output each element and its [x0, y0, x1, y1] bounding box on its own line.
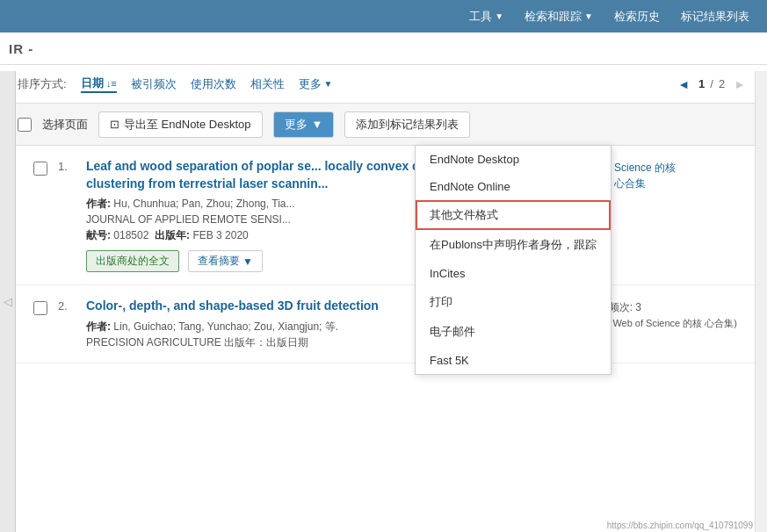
current-page: 1 [698, 77, 705, 90]
prev-page-button[interactable]: ◄ [674, 75, 693, 93]
table-row: 1. Leaf and wood separation of poplar se… [16, 146, 755, 285]
export-endnote-button[interactable]: ⊡ 导出至 EndNote Desktop [98, 111, 263, 138]
dropdown-print[interactable]: 打印 [416, 287, 611, 317]
result-2-number: 2. [58, 298, 76, 350]
sort-date-icon: ↓≡ [106, 78, 117, 89]
left-edge-panel: ◁ [0, 71, 16, 532]
result-2-checkbox[interactable] [33, 301, 47, 315]
scrollbar[interactable] [755, 71, 767, 532]
results-list: 1. Leaf and wood separation of poplar se… [16, 146, 755, 363]
select-page-label: 选择页面 [42, 117, 88, 133]
sort-bar: 排序方式: 日期 ↓≡ 被引频次 使用次数 相关性 更多 ▼ ◄ 1 / 2 ► [0, 65, 767, 104]
more-dropdown-menu: EndNote Desktop EndNote Online 其他文件格式 在P… [415, 145, 611, 375]
sort-date[interactable]: 日期 ↓≡ [81, 75, 117, 93]
select-page-checkbox[interactable] [18, 118, 32, 132]
sort-relevance[interactable]: 相关性 [250, 76, 285, 92]
left-edge-icon: ◁ [4, 295, 12, 308]
result-1-number: 1. [58, 158, 76, 272]
dropdown-fast5k[interactable]: Fast 5K [416, 347, 611, 374]
table-row: 2. Color-, depth-, and shape-based 3D fr… [16, 285, 755, 363]
page-separator: / [710, 77, 713, 90]
sort-label: 排序方式: [18, 76, 67, 92]
more-options-button[interactable]: 更多 ▼ [273, 111, 335, 138]
nav-mark-list[interactable]: 标记结果列表 [672, 5, 758, 28]
sort-cite[interactable]: 被引频次 [131, 76, 177, 92]
result-1-right: Science 的核心合集 [614, 158, 737, 272]
watermark: https://bbs.zhipin.com/qq_410791099 [607, 521, 753, 530]
abstract-arrow-icon: ▼ [242, 255, 253, 268]
export-icon: ⊡ [110, 118, 119, 131]
sort-usage[interactable]: 使用次数 [191, 76, 236, 92]
next-page-button[interactable]: ► [730, 75, 749, 93]
top-navigation: 工具 ▼ 检索和跟踪 ▼ 检索历史 标记结果列表 [0, 0, 767, 32]
result-1-fulltext-button[interactable]: 出版商处的全文 [86, 250, 179, 272]
search-track-dropdown-arrow: ▼ [584, 11, 593, 21]
nav-search-history[interactable]: 检索历史 [605, 5, 669, 28]
result-1-checkbox[interactable] [33, 162, 47, 176]
dropdown-publons[interactable]: 在Publons中声明作者身份，跟踪 [416, 230, 611, 260]
page-title-bar: IR - [0, 32, 767, 65]
dropdown-other-formats[interactable]: 其他文件格式 [416, 200, 611, 230]
add-to-mark-list-button[interactable]: 添加到标记结果列表 [344, 111, 470, 138]
dropdown-email[interactable]: 电子邮件 [416, 317, 611, 347]
nav-search-track[interactable]: 检索和跟踪 ▼ [516, 5, 602, 28]
dropdown-endnote-online[interactable]: EndNote Online [416, 173, 611, 200]
page-title: IR - [9, 41, 33, 56]
total-pages: 2 [719, 77, 725, 90]
sort-more[interactable]: 更多 ▼ [299, 76, 333, 92]
dropdown-endnote-desktop[interactable]: EndNote Desktop [416, 146, 611, 173]
more-dropdown-arrow: ▼ [312, 118, 323, 131]
nav-tools[interactable]: 工具 ▼ [460, 5, 512, 28]
tools-dropdown-arrow: ▼ [495, 11, 503, 21]
dropdown-incites[interactable]: InCites [416, 260, 611, 287]
pagination: ◄ 1 / 2 ► [674, 75, 749, 93]
results-toolbar: 选择页面 ⊡ 导出至 EndNote Desktop 更多 ▼ 添加到标记结果列… [0, 104, 767, 146]
sort-more-arrow: ▼ [324, 79, 333, 89]
result-1-abstract-button[interactable]: 查看摘要 ▼ [188, 250, 263, 272]
